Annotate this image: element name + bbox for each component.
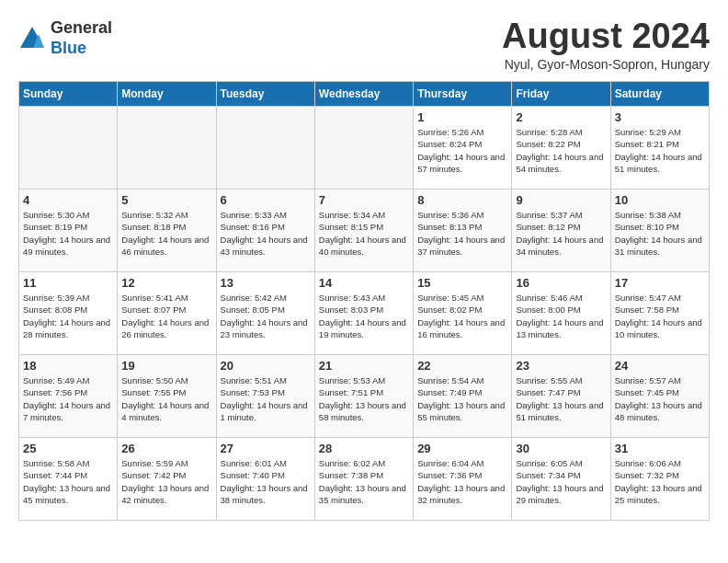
logo-icon: [18, 25, 46, 52]
calendar-table: SundayMondayTuesdayWednesdayThursdayFrid…: [18, 81, 710, 521]
day-number: 16: [516, 276, 606, 290]
day-info: Sunrise: 5:42 AM Sunset: 8:05 PM Dayligh…: [221, 292, 311, 340]
day-info: Sunrise: 5:51 AM Sunset: 7:53 PM Dayligh…: [221, 374, 311, 423]
day-cell: 30Sunrise: 6:05 AM Sunset: 7:34 PM Dayli…: [512, 438, 610, 521]
day-number: 15: [417, 276, 507, 290]
col-header-friday: Friday: [512, 82, 610, 107]
day-cell: 2Sunrise: 5:28 AM Sunset: 8:22 PM Daylig…: [512, 107, 610, 190]
day-cell: 6Sunrise: 5:33 AM Sunset: 8:16 PM Daylig…: [216, 190, 314, 272]
col-header-saturday: Saturday: [610, 82, 709, 107]
day-cell: 28Sunrise: 6:02 AM Sunset: 7:38 PM Dayli…: [314, 438, 413, 521]
day-cell: 3Sunrise: 5:29 AM Sunset: 8:21 PM Daylig…: [610, 107, 709, 190]
day-number: 6: [221, 193, 311, 207]
day-number: 22: [417, 359, 507, 373]
day-info: Sunrise: 5:45 AM Sunset: 8:02 PM Dayligh…: [417, 292, 507, 340]
day-number: 21: [319, 359, 409, 373]
day-number: 2: [516, 110, 606, 124]
day-cell: 4Sunrise: 5:30 AM Sunset: 8:19 PM Daylig…: [19, 190, 118, 272]
day-info: Sunrise: 5:29 AM Sunset: 8:21 PM Dayligh…: [615, 126, 705, 175]
day-cell: 26Sunrise: 5:59 AM Sunset: 7:42 PM Dayli…: [118, 438, 216, 521]
day-cell: 21Sunrise: 5:53 AM Sunset: 7:51 PM Dayli…: [314, 355, 413, 438]
day-cell: 23Sunrise: 5:55 AM Sunset: 7:47 PM Dayli…: [512, 355, 610, 438]
day-info: Sunrise: 5:41 AM Sunset: 8:07 PM Dayligh…: [121, 292, 211, 340]
location: Nyul, Gyor-Moson-Sopron, Hungary: [502, 57, 710, 72]
page-header: General Blue August 2024 Nyul, Gyor-Moso…: [18, 18, 710, 72]
day-number: 7: [319, 193, 409, 207]
day-info: Sunrise: 5:55 AM Sunset: 7:47 PM Dayligh…: [516, 374, 606, 423]
day-number: 14: [319, 276, 409, 290]
day-number: 4: [23, 193, 113, 207]
day-cell: 24Sunrise: 5:57 AM Sunset: 7:45 PM Dayli…: [610, 355, 709, 438]
day-number: 8: [417, 193, 507, 207]
day-cell: 22Sunrise: 5:54 AM Sunset: 7:49 PM Dayli…: [414, 355, 512, 438]
day-number: 19: [121, 359, 211, 373]
day-cell: 16Sunrise: 5:46 AM Sunset: 8:00 PM Dayli…: [512, 272, 610, 355]
day-number: 10: [615, 193, 705, 207]
day-cell: 8Sunrise: 5:36 AM Sunset: 8:13 PM Daylig…: [414, 190, 512, 272]
logo-blue: Blue: [51, 39, 112, 59]
day-cell: 11Sunrise: 5:39 AM Sunset: 8:08 PM Dayli…: [19, 272, 118, 355]
day-number: 5: [121, 193, 211, 207]
logo-text: General Blue: [51, 18, 112, 58]
col-header-monday: Monday: [118, 82, 216, 107]
day-info: Sunrise: 5:49 AM Sunset: 7:56 PM Dayligh…: [23, 374, 113, 423]
day-info: Sunrise: 5:33 AM Sunset: 8:16 PM Dayligh…: [221, 209, 311, 258]
week-row-2: 4Sunrise: 5:30 AM Sunset: 8:19 PM Daylig…: [19, 190, 710, 272]
day-cell: 15Sunrise: 5:45 AM Sunset: 8:02 PM Dayli…: [414, 272, 512, 355]
day-number: 23: [516, 359, 606, 373]
day-cell: [314, 107, 413, 190]
logo-general: General: [51, 18, 112, 39]
col-header-sunday: Sunday: [19, 82, 118, 107]
day-info: Sunrise: 5:43 AM Sunset: 8:03 PM Dayligh…: [319, 292, 409, 340]
day-info: Sunrise: 5:30 AM Sunset: 8:19 PM Dayligh…: [23, 209, 113, 258]
day-number: 26: [121, 442, 211, 455]
day-info: Sunrise: 6:05 AM Sunset: 7:34 PM Dayligh…: [516, 457, 606, 506]
day-info: Sunrise: 5:32 AM Sunset: 8:18 PM Dayligh…: [121, 209, 211, 258]
day-number: 1: [417, 110, 507, 124]
day-number: 27: [221, 442, 311, 455]
day-info: Sunrise: 5:54 AM Sunset: 7:49 PM Dayligh…: [417, 374, 507, 423]
day-cell: 14Sunrise: 5:43 AM Sunset: 8:03 PM Dayli…: [314, 272, 413, 355]
day-cell: 18Sunrise: 5:49 AM Sunset: 7:56 PM Dayli…: [19, 355, 118, 438]
day-info: Sunrise: 5:36 AM Sunset: 8:13 PM Dayligh…: [417, 209, 507, 258]
day-info: Sunrise: 5:38 AM Sunset: 8:10 PM Dayligh…: [615, 209, 705, 258]
day-cell: 9Sunrise: 5:37 AM Sunset: 8:12 PM Daylig…: [512, 190, 610, 272]
day-cell: 10Sunrise: 5:38 AM Sunset: 8:10 PM Dayli…: [610, 190, 709, 272]
day-cell: [216, 107, 314, 190]
month-title: August 2024: [502, 18, 710, 53]
day-cell: 7Sunrise: 5:34 AM Sunset: 8:15 PM Daylig…: [314, 190, 413, 272]
day-info: Sunrise: 6:06 AM Sunset: 7:32 PM Dayligh…: [615, 457, 705, 506]
title-section: August 2024 Nyul, Gyor-Moson-Sopron, Hun…: [502, 18, 710, 72]
day-cell: 1Sunrise: 5:26 AM Sunset: 8:24 PM Daylig…: [414, 107, 512, 190]
day-info: Sunrise: 5:28 AM Sunset: 8:22 PM Dayligh…: [516, 126, 606, 175]
logo: General Blue: [18, 18, 112, 58]
day-info: Sunrise: 5:46 AM Sunset: 8:00 PM Dayligh…: [516, 292, 606, 340]
day-cell: 12Sunrise: 5:41 AM Sunset: 8:07 PM Dayli…: [118, 272, 216, 355]
day-number: 9: [516, 193, 606, 207]
day-number: 18: [23, 359, 113, 373]
day-info: Sunrise: 5:57 AM Sunset: 7:45 PM Dayligh…: [615, 374, 705, 423]
day-info: Sunrise: 5:47 AM Sunset: 7:58 PM Dayligh…: [615, 292, 705, 340]
day-cell: 20Sunrise: 5:51 AM Sunset: 7:53 PM Dayli…: [216, 355, 314, 438]
day-info: Sunrise: 5:39 AM Sunset: 8:08 PM Dayligh…: [23, 292, 113, 340]
day-number: 13: [221, 276, 311, 290]
day-cell: 25Sunrise: 5:58 AM Sunset: 7:44 PM Dayli…: [19, 438, 118, 521]
day-cell: 5Sunrise: 5:32 AM Sunset: 8:18 PM Daylig…: [118, 190, 216, 272]
day-number: 30: [516, 442, 606, 455]
day-cell: 31Sunrise: 6:06 AM Sunset: 7:32 PM Dayli…: [610, 438, 709, 521]
day-number: 20: [221, 359, 311, 373]
day-cell: 17Sunrise: 5:47 AM Sunset: 7:58 PM Dayli…: [610, 272, 709, 355]
day-number: 28: [319, 442, 409, 455]
day-number: 24: [615, 359, 705, 373]
day-number: 3: [615, 110, 705, 124]
week-row-3: 11Sunrise: 5:39 AM Sunset: 8:08 PM Dayli…: [19, 272, 710, 355]
day-info: Sunrise: 5:50 AM Sunset: 7:55 PM Dayligh…: [121, 374, 211, 423]
day-info: Sunrise: 5:37 AM Sunset: 8:12 PM Dayligh…: [516, 209, 606, 258]
day-cell: [19, 107, 118, 190]
header-row: SundayMondayTuesdayWednesdayThursdayFrid…: [19, 82, 710, 107]
day-cell: 19Sunrise: 5:50 AM Sunset: 7:55 PM Dayli…: [118, 355, 216, 438]
day-info: Sunrise: 6:02 AM Sunset: 7:38 PM Dayligh…: [319, 457, 409, 506]
day-info: Sunrise: 6:04 AM Sunset: 7:36 PM Dayligh…: [417, 457, 507, 506]
day-number: 31: [615, 442, 705, 455]
day-info: Sunrise: 5:26 AM Sunset: 8:24 PM Dayligh…: [417, 126, 507, 175]
